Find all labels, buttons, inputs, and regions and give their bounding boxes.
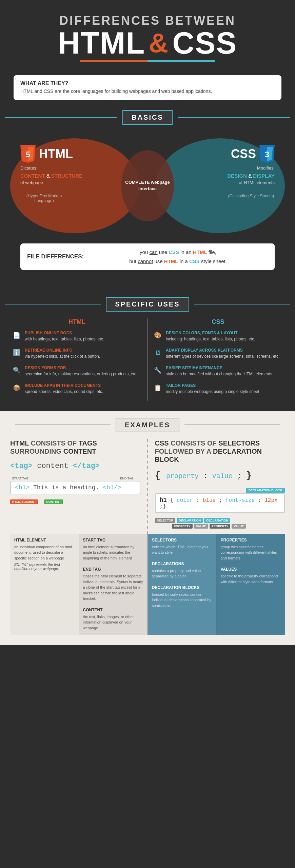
def-tags-col: START TAG an html element surrounded by … <box>79 534 148 635</box>
venn-css-of: of HTML elements <box>227 180 275 185</box>
venn-css-desc: DESIGN & DISPLAY <box>227 172 275 180</box>
css-use-2-icon: 🖥 <box>153 348 162 357</box>
html-code-display: <tag> content </tag> <box>10 460 140 472</box>
css-colon: : <box>203 472 212 480</box>
def-decl-blocks-title: DECLARATION BLOCKS <box>152 585 212 590</box>
examples-cols: HTML CONSISTS OF TAGS SURROUNDING CONTEN… <box>10 439 285 534</box>
venn-css-title-row: CSS 3 <box>227 145 275 163</box>
what-text: HTML and CSS are the core languages for … <box>20 88 275 95</box>
venn-html-structure: STRUCTURE <box>51 173 83 179</box>
css-use-4: 📋 TAILOR PAGES modify multiple webpages … <box>153 383 283 395</box>
css-use-3-content: EASIER SITE MAINTENANCE style can be mod… <box>166 366 272 377</box>
html-ex-h2: CONSISTS OF <box>31 439 77 447</box>
css-close: ;} <box>160 504 166 510</box>
declaration-label-2: DECLARATION <box>204 518 230 523</box>
def-selectors-title: SELECTORS <box>152 538 212 542</box>
examples-section: EXAMPLES HTML CONSISTS OF TAGS SURROUNDI… <box>0 411 295 645</box>
property-label-1: PROPERTY <box>172 524 193 529</box>
su-title: SPECIFIC USES <box>106 297 189 312</box>
html-code-tag1: <tag> <box>10 462 33 470</box>
venn-html-title-row: 5 HTML <box>20 145 82 163</box>
file-diff-label: FILE DIFFERENCES: <box>27 253 84 260</box>
basics-line-right <box>178 117 290 118</box>
html-use-2-text: via hypertext links, at the click of a b… <box>25 354 100 359</box>
venn-css-title: CSS <box>231 147 256 161</box>
html-element-label: HTML ELEMENT <box>10 499 38 504</box>
def-html-element-title: HTML ELEMENT <box>14 538 75 542</box>
css-colon2: : <box>196 497 200 504</box>
html-annotated-box: <h1> This is a heading. <h1/> <box>10 481 140 494</box>
css-value-ex: value <box>212 472 233 480</box>
content-label: CONTENT <box>44 499 63 504</box>
venn-css-design: DESIGN <box>227 173 247 179</box>
css-selector-h1: h1 <box>160 497 167 504</box>
css-top-label-row: DECLARATION BLOCK <box>155 488 285 493</box>
svg-text:5: 5 <box>26 150 30 159</box>
html-use-3-icon: 🔍 <box>12 366 21 375</box>
html5-logo: 5 <box>20 145 36 163</box>
blue-line <box>148 60 215 62</box>
css-brace-open: { <box>155 470 166 481</box>
fd-in: in an <box>179 249 193 255</box>
def-start-tag-text: an html element surrounded by angle brac… <box>83 544 143 561</box>
html-code-content: content <box>37 462 73 470</box>
css-open-brace: { <box>170 497 174 504</box>
css-annotated-box: h1 { color : blue ; font-size : 12px ;} <box>155 493 285 513</box>
css-use-4-title: TAILOR PAGES <box>166 383 259 388</box>
header-main-title: HTML & CSS <box>7 28 288 58</box>
venn-html-desc: CONTENT & STRUCTURE <box>20 172 82 180</box>
html-ex-heading: HTML CONSISTS OF TAGS SURROUNDING CONTEN… <box>10 439 140 455</box>
venn-html-subtitle: Dictates: <box>20 165 82 171</box>
def-end-tag-text: closes the html element to separate indi… <box>83 573 143 601</box>
css-uses-col: CSS 🎨 DESIGN COLORS, FONTS & LAYOUT incl… <box>148 318 288 401</box>
html-annotated-code: <h1> This is a heading. <h1/> <box>15 484 136 491</box>
su-line-right <box>194 304 290 304</box>
def-css-col: SELECTORS indicate which HTML element yo… <box>148 534 217 635</box>
venn-css-display: DISPLAY <box>253 173 275 179</box>
ann-h1-open: <h1> <box>15 484 29 491</box>
def-declarations-title: DECLARATIONS <box>152 561 212 566</box>
def-content-text: the text, links, images, or other inform… <box>83 614 143 631</box>
venn-html-full: (Hyper Text Markup Language) <box>20 194 68 203</box>
css-ex-h1: CSS <box>155 439 169 447</box>
html-start-tag-label: START TAG <box>12 477 28 480</box>
html-ex-h1: HTML <box>10 439 29 447</box>
html-use-2: ℹ️ RETRIEVE ONLINE INFO via hypertext li… <box>12 348 142 359</box>
css-ex-h3: SELECTORS <box>218 439 260 447</box>
venn-html-content: CONTENT <box>20 173 45 179</box>
html-code-tag2: </tag> <box>73 462 100 470</box>
html-use-1: 📄 PUBLISH ONLINE DOCS with headings, tex… <box>12 331 142 342</box>
html-uses-col: HTML 📄 PUBLISH ONLINE DOCS with headings… <box>7 318 147 401</box>
css-code-display: { property : value ; } <box>155 469 285 483</box>
css-use-1-icon: 🎨 <box>153 331 162 340</box>
css-use-2: 🖥 ADAPT DISPLAY ACROSS PLATFORMS differe… <box>153 348 283 359</box>
html-uses-title: HTML <box>12 318 142 326</box>
ex-line-left <box>15 425 111 425</box>
su-line-left <box>5 304 101 304</box>
css-use-2-content: ADAPT DISPLAY ACROSS PLATFORMS different… <box>166 348 279 359</box>
fd-you: you <box>140 249 149 255</box>
html-use-1-icon: 📄 <box>12 331 21 340</box>
css-use-1-title: DESIGN COLORS, FONTS & LAYOUT <box>166 331 255 335</box>
html-use-2-icon: ℹ️ <box>12 348 21 357</box>
venn-css-full: (Cascading Style Sheets) <box>227 194 275 198</box>
css-use-1: 🎨 DESIGN COLORS, FONTS & LAYOUT includin… <box>153 331 283 342</box>
what-title: WHAT ARE THEY? <box>20 80 275 86</box>
def-html-element-example: EX. "h1" represents the first headline o… <box>14 563 75 571</box>
basics-section: COMPLETE webpage interface 5 HTML Dictat… <box>0 132 295 287</box>
fd-css2: CSS <box>189 258 200 264</box>
css-use-2-title: ADAPT DISPLAY ACROSS PLATFORMS <box>166 348 279 353</box>
venn-html-content: 5 HTML Dictates: CONTENT & STRUCTURE of … <box>20 145 82 203</box>
css-prop-fontsize: font-size <box>225 497 255 504</box>
ex-title: EXAMPLES <box>116 418 179 432</box>
html-end-tag-label: END TAG <box>120 477 133 480</box>
fd-ina: in a <box>178 258 190 264</box>
css-use-2-text: different types of devices like large sc… <box>166 354 279 359</box>
css-prop-val-labels: PROPERTY VALUE PROPERTY VALUE <box>172 524 285 529</box>
html-use-3-text: searching for info, making reservations,… <box>25 371 137 377</box>
venn-css-amp: & <box>248 173 252 179</box>
declaration-label-1: DECLARATION <box>177 518 203 523</box>
ex-line-right <box>184 425 280 425</box>
html-use-3-title: DESIGN FORMS FOR… <box>25 366 137 370</box>
property-label-2: PROPERTY <box>210 524 231 529</box>
